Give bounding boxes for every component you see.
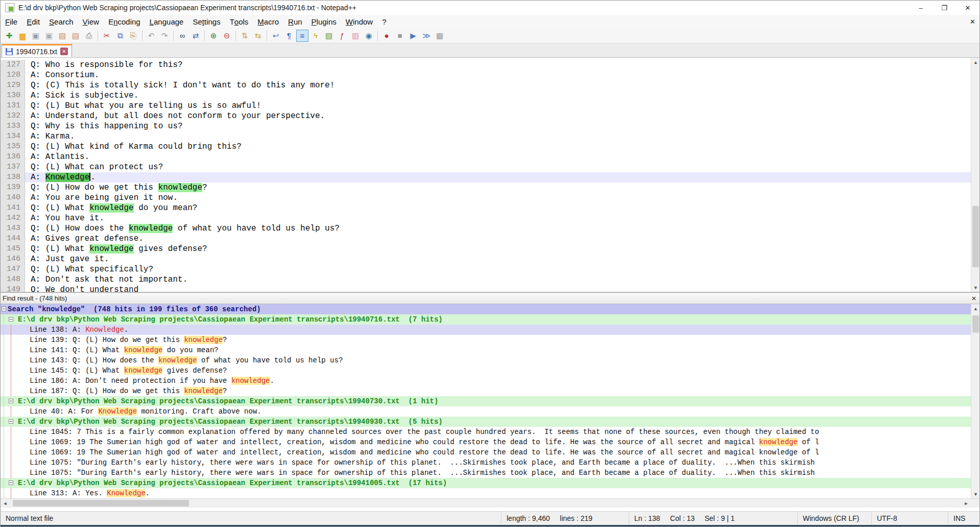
undo-icon[interactable]: ↶	[145, 30, 157, 42]
fold-collapse-icon[interactable]	[2, 307, 6, 311]
file-result-row[interactable]: E:\d drv bkp\Python Web Scraping project…	[1, 314, 971, 325]
file-result-row[interactable]: E:\d drv bkp\Python Web Scraping project…	[1, 478, 971, 488]
editor-scroll-thumb[interactable]	[972, 206, 979, 267]
menu-item-tools[interactable]: Tools	[225, 15, 253, 28]
horizontal-scroll-thumb[interactable]	[13, 500, 189, 507]
search-summary-row[interactable]: Search "knowledge" (748 hits in 199 file…	[1, 304, 971, 314]
menu-item-file[interactable]: File	[1, 15, 22, 28]
hit-result-row[interactable]: Line 1075: "During Earth's early history…	[1, 457, 971, 468]
macro-record-icon[interactable]: ●	[380, 30, 393, 42]
editor-line-143[interactable]: 143Q: (L) How does the knowledge of what…	[1, 223, 971, 234]
scroll-down-icon[interactable]: ▼	[971, 490, 979, 498]
editor-line-137[interactable]: 137Q: (L) What can protect us?	[1, 162, 971, 172]
menu-item-settings[interactable]: Settings	[188, 15, 225, 28]
find-result-horizontal-scrollbar[interactable]: ◄ ►	[1, 498, 979, 508]
scroll-up-icon[interactable]: ▲	[971, 58, 979, 66]
editor-line-136[interactable]: 136A: Atlantis.	[1, 152, 971, 162]
editor-line-131[interactable]: 131Q: (L) But what you are telling us is…	[1, 101, 971, 111]
scroll-up-icon[interactable]: ▲	[971, 304, 979, 313]
macro-stop-icon[interactable]: ■	[394, 30, 406, 42]
cut-icon[interactable]: ✂	[101, 30, 113, 42]
tab-19940716[interactable]: 19940716.txt ✕	[2, 44, 72, 57]
editor-line-148[interactable]: 148A: Don't ask that not important.	[1, 274, 971, 285]
editor-line-127[interactable]: 127Q: Who is responsible for this?	[1, 60, 971, 70]
function-list-icon[interactable]: ƒ	[336, 30, 348, 42]
menu-item-plugins[interactable]: Plugins	[307, 15, 341, 28]
replace-icon[interactable]: ⇄	[189, 30, 202, 42]
hit-result-row[interactable]: Line 1045: 7 This is a fairly common exp…	[1, 427, 971, 437]
open-folder-icon[interactable]: ▆	[16, 30, 29, 42]
editor-pane[interactable]: 127Q: Who is responsible for this?128A: …	[1, 58, 979, 293]
editor-line-140[interactable]: 140A: You are being given it now.	[1, 193, 971, 203]
editor-line-147[interactable]: 147Q: (L) What specifically?	[1, 264, 971, 274]
find-icon[interactable]: ∞	[176, 30, 188, 42]
editor-vertical-scrollbar[interactable]: ▲ ▼	[971, 58, 979, 292]
editor-line-128[interactable]: 128A: Consortium.	[1, 70, 971, 80]
editor-line-134[interactable]: 134A: Karma.	[1, 131, 971, 142]
menu-item-window[interactable]: Window	[341, 15, 377, 28]
find-result-close-icon[interactable]: ✕	[968, 295, 979, 302]
status-insert-mode[interactable]: INS	[948, 512, 979, 525]
sync-vertical-scrolling-icon[interactable]: ⇅	[238, 30, 251, 42]
new-file-icon[interactable]: ✚	[3, 30, 15, 42]
editor-line-132[interactable]: 132A: Understand, but all does not confo…	[1, 111, 971, 121]
zoom-out-icon[interactable]: ⊖	[221, 30, 233, 42]
print-icon[interactable]: ⎙	[83, 30, 95, 42]
editor-line-129[interactable]: 129Q: (C) This is totally sick! I don't …	[1, 80, 971, 90]
menu-item-run[interactable]: Run	[283, 15, 307, 28]
save-icon[interactable]: ▣	[30, 30, 42, 42]
editor-line-145[interactable]: 145Q: (L) What knowledge gives defense?	[1, 244, 971, 254]
sync-horizontal-scrolling-icon[interactable]: ⇆	[252, 30, 264, 42]
find-result-vertical-scrollbar[interactable]: ▲ ▼	[971, 304, 979, 498]
editor-line-130[interactable]: 130A: Sick is subjective.	[1, 90, 971, 101]
editor-line-144[interactable]: 144A: Gives great defense.	[1, 234, 971, 244]
document-map-icon[interactable]: ▧	[323, 30, 335, 42]
zoom-in-icon[interactable]: ⊕	[207, 30, 220, 42]
paste-icon[interactable]: ⎘	[127, 30, 139, 42]
restore-button[interactable]: ❐	[933, 1, 956, 15]
editor-line-135[interactable]: 135Q: (L) What kind of Karma could bring…	[1, 142, 971, 152]
document-monitoring-icon[interactable]: ◉	[363, 30, 375, 42]
hit-result-row[interactable]: Line 139: Q: (L) How do we get this know…	[1, 335, 971, 345]
close-all-documents-icon[interactable]: ▤	[69, 30, 82, 42]
style-configurator-icon[interactable]: ϟ	[309, 30, 322, 42]
editor-line-138[interactable]: 138A: Knowledge.	[1, 172, 971, 182]
find-result-title-bar[interactable]: Find result - (748 hits) ✕	[1, 293, 979, 304]
show-indent-guide-icon[interactable]: ≡	[296, 30, 308, 42]
scroll-down-icon[interactable]: ▼	[971, 283, 979, 292]
editor-line-146[interactable]: 146A: Just gave it.	[1, 254, 971, 264]
show-all-characters-icon[interactable]: ¶	[283, 30, 295, 42]
scroll-left-icon[interactable]: ◄	[1, 499, 10, 508]
hit-result-row[interactable]: Line 313: A: Yes. Knowledge.	[1, 488, 971, 498]
copy-icon[interactable]: ⧉	[114, 30, 126, 42]
menu-item-macro[interactable]: Macro	[253, 15, 283, 28]
fold-collapse-icon[interactable]	[9, 399, 13, 403]
editor-line-149[interactable]: 149Q: We don't understand	[1, 285, 971, 293]
fold-collapse-icon[interactable]	[9, 480, 13, 485]
hit-result-row[interactable]: Line 143: Q: (L) How does the knowledge …	[1, 355, 971, 365]
tab-close-icon[interactable]: ✕	[60, 48, 68, 55]
find-result-panel[interactable]: Search "knowledge" (748 hits in 199 file…	[1, 304, 979, 498]
menubar-close-icon[interactable]: ✕	[966, 18, 979, 26]
editor-line-133[interactable]: 133Q: Why is this happening to us?	[1, 121, 971, 131]
hit-result-row[interactable]: Line 186: A: Don't need protection if yo…	[1, 376, 971, 386]
menu-item-language[interactable]: Language	[145, 15, 188, 28]
word-wrap-icon[interactable]: ↩	[270, 30, 282, 42]
hit-result-row[interactable]: Line 187: Q: (L) How do we get this know…	[1, 386, 971, 396]
macro-run-multiple-icon[interactable]: ≫	[420, 30, 433, 42]
macro-play-icon[interactable]: ▶	[407, 30, 419, 42]
editor-line-141[interactable]: 141Q: (L) What knowledge do you mean?	[1, 203, 971, 213]
hit-result-row[interactable]: Line 1069: 19 The Sumerian high god of w…	[1, 447, 971, 457]
redo-icon[interactable]: ↷	[158, 30, 171, 42]
file-result-row[interactable]: E:\d drv bkp\Python Web Scraping project…	[1, 396, 971, 406]
fold-collapse-icon[interactable]	[9, 317, 13, 322]
hit-result-row[interactable]: Line 1075: "During Earth's early history…	[1, 468, 971, 478]
file-result-row[interactable]: E:\d drv bkp\Python Web Scraping project…	[1, 417, 971, 427]
close-button[interactable]: ✕	[956, 1, 979, 15]
save-all-icon[interactable]: ▣	[43, 30, 55, 42]
hit-result-row[interactable]: Line 1069: 19 The Sumerian high god of w…	[1, 437, 971, 447]
menu-item-encoding[interactable]: Encoding	[104, 15, 145, 28]
menu-item-view[interactable]: View	[78, 15, 104, 28]
menu-item-search[interactable]: Search	[44, 15, 78, 28]
editor-line-142[interactable]: 142A: You have it.	[1, 213, 971, 223]
